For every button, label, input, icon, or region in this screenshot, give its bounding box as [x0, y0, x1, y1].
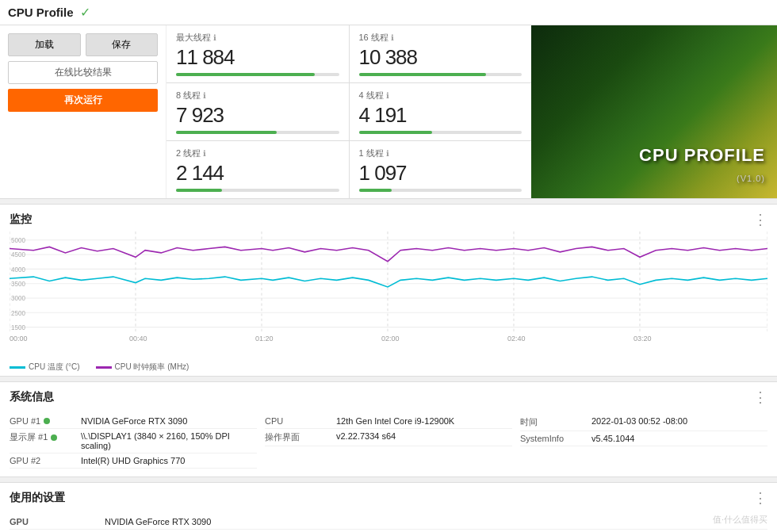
info-icon-3: ℹ	[386, 91, 389, 100]
info-row: 显示屏 #1 \\.\DISPLAY1 (3840 × 2160, 150% D…	[10, 429, 257, 454]
svg-text:02:40: 02:40	[507, 335, 526, 343]
score-bar-fill-0	[176, 73, 315, 76]
main-top-section: 加载 保存 在线比较结果 再次运行 最大线程 ℹ 11 884 16 线程 ℹ …	[0, 25, 777, 199]
settings-row-0: GPU NVIDIA GeForce RTX 3090	[10, 515, 767, 530]
svg-text:1500: 1500	[11, 323, 25, 331]
info-val: v5.45.1044	[591, 434, 634, 443]
info-col: CPU 12th Gen Intel Core i9-12900K 操作界面 v…	[265, 414, 512, 469]
info-row: GPU #1 NVIDIA GeForce RTX 3090	[10, 414, 257, 429]
legend-clock-label: CPU 时钟频率 (MHz)	[115, 362, 189, 373]
score-cell-5: 1 线程 ℹ 1 097	[350, 141, 532, 198]
score-label-4: 2 线程 ℹ	[176, 147, 339, 159]
svg-text:5000: 5000	[11, 236, 25, 244]
info-row: GPU #2 Intel(R) UHD Graphics 770	[10, 454, 257, 469]
info-row: 时间 2022-01-03 00:52 -08:00	[520, 414, 767, 431]
settings-val-0: NVIDIA GeForce RTX 3090	[105, 517, 211, 526]
score-label-0: 最大线程 ℹ	[176, 32, 339, 44]
info-key: 时间	[520, 416, 591, 428]
page-title: CPU Profile	[8, 6, 74, 19]
hero-background: CPU PROFILE (V1.0)	[531, 25, 777, 198]
info-icon-1: ℹ	[391, 33, 394, 42]
settings-section: 使用的设置 ⋮ GPU NVIDIA GeForce RTX 3090 显示器 …	[0, 482, 777, 532]
green-dot	[51, 434, 57, 441]
info-val: Intel(R) UHD Graphics 770	[81, 456, 185, 465]
load-save-row: 加载 保存	[8, 33, 158, 56]
monitor-title: 监控	[10, 212, 32, 227]
info-key: GPU #1	[10, 416, 81, 426]
settings-grid: GPU NVIDIA GeForce RTX 3090 显示器 \\.\DISP…	[0, 510, 777, 532]
score-label-3: 4 线程 ℹ	[359, 90, 522, 101]
info-icon-4: ℹ	[203, 149, 206, 158]
compare-button[interactable]: 在线比较结果	[8, 61, 158, 84]
system-info-grid: GPU #1 NVIDIA GeForce RTX 3090 显示屏 #1 \\…	[0, 409, 777, 477]
settings-title: 使用的设置	[10, 491, 65, 505]
hero-version: (V1.0)	[737, 174, 765, 183]
settings-key-0: GPU	[10, 517, 105, 526]
score-value-0: 11 884	[176, 45, 339, 70]
score-bar-bg-2	[176, 131, 339, 134]
watermark: 值·什么值得买	[713, 514, 767, 526]
system-info-menu-icon[interactable]: ⋮	[753, 388, 767, 406]
hero-title: CPU PROFILE (V1.0)	[639, 145, 765, 186]
hero-title-block: CPU PROFILE (V1.0)	[639, 145, 765, 186]
svg-text:4500: 4500	[11, 251, 25, 258]
score-value-5: 1 097	[359, 161, 522, 186]
info-icon-5: ℹ	[386, 149, 389, 158]
svg-text:03:20: 03:20	[633, 335, 652, 343]
settings-header: 使用的设置 ⋮	[0, 483, 777, 510]
score-bar-bg-0	[176, 73, 339, 76]
system-info-title: 系统信息	[10, 390, 54, 404]
chart-legend: CPU 温度 (°C) CPU 时钟频率 (MHz)	[0, 358, 777, 376]
legend-clock-color	[96, 366, 112, 369]
svg-text:00:40: 00:40	[129, 335, 147, 343]
hero-panel: CPU PROFILE (V1.0)	[531, 25, 777, 198]
svg-text:02:00: 02:00	[381, 335, 400, 343]
score-value-3: 4 191	[359, 103, 522, 128]
score-cell-0: 最大线程 ℹ 11 884	[166, 25, 349, 82]
info-row: 操作界面 v2.22.7334 s64	[265, 429, 512, 446]
svg-text:01:20: 01:20	[255, 335, 274, 343]
monitor-menu-icon[interactable]: ⋮	[753, 211, 767, 228]
score-bar-fill-2	[176, 131, 277, 134]
score-cell-3: 4 线程 ℹ 4 191	[350, 83, 532, 140]
score-bar-bg-1	[359, 73, 522, 76]
info-col: GPU #1 NVIDIA GeForce RTX 3090 显示屏 #1 \\…	[10, 414, 257, 469]
svg-text:2500: 2500	[11, 308, 25, 316]
info-col: 时间 2022-01-03 00:52 -08:00 SystemInfo v5…	[520, 414, 767, 469]
score-bar-fill-4	[176, 189, 222, 192]
legend-temp-color	[10, 366, 25, 369]
info-key: 操作界面	[265, 431, 336, 443]
chart-area: 00:00 00:40 01:20 02:00 02:40 03:20 5000…	[0, 232, 777, 358]
info-val: v2.22.7334 s64	[336, 431, 396, 441]
svg-text:00:00: 00:00	[10, 335, 28, 343]
score-label-1: 16 线程 ℹ	[359, 32, 522, 44]
top-bar: CPU Profile ✓	[0, 0, 777, 25]
run-again-button[interactable]: 再次运行	[8, 89, 158, 112]
score-bar-fill-5	[359, 189, 392, 192]
legend-temp: CPU 温度 (°C)	[10, 362, 80, 373]
score-bar-bg-4	[176, 189, 339, 192]
score-bar-bg-3	[359, 131, 522, 134]
score-bar-bg-5	[359, 189, 522, 192]
system-info-section: 系统信息 ⋮ GPU #1 NVIDIA GeForce RTX 3090 显示…	[0, 381, 777, 477]
svg-text:3500: 3500	[11, 280, 25, 288]
score-label-2: 8 线程 ℹ	[176, 90, 339, 101]
score-bar-fill-3	[359, 131, 432, 134]
monitor-chart: 00:00 00:40 01:20 02:00 02:40 03:20 5000…	[10, 232, 767, 343]
score-cell-2: 8 线程 ℹ 7 923	[166, 83, 349, 140]
save-button[interactable]: 保存	[86, 33, 159, 56]
info-key: CPU	[265, 416, 336, 426]
svg-text:4000: 4000	[11, 265, 25, 273]
legend-temp-label: CPU 温度 (°C)	[29, 362, 80, 373]
svg-text:3000: 3000	[11, 294, 25, 302]
score-value-1: 10 388	[359, 45, 522, 70]
system-info-header: 系统信息 ⋮	[0, 382, 777, 409]
info-val: \\.\DISPLAY1 (3840 × 2160, 150% DPI scal…	[81, 431, 257, 450]
load-button[interactable]: 加载	[8, 33, 81, 56]
info-val: NVIDIA GeForce RTX 3090	[81, 416, 187, 426]
settings-menu-icon[interactable]: ⋮	[753, 489, 767, 507]
legend-clock: CPU 时钟频率 (MHz)	[96, 362, 189, 373]
score-cell-4: 2 线程 ℹ 2 144	[166, 141, 349, 198]
info-row: SystemInfo v5.45.1044	[520, 431, 767, 446]
info-icon-2: ℹ	[203, 91, 206, 100]
